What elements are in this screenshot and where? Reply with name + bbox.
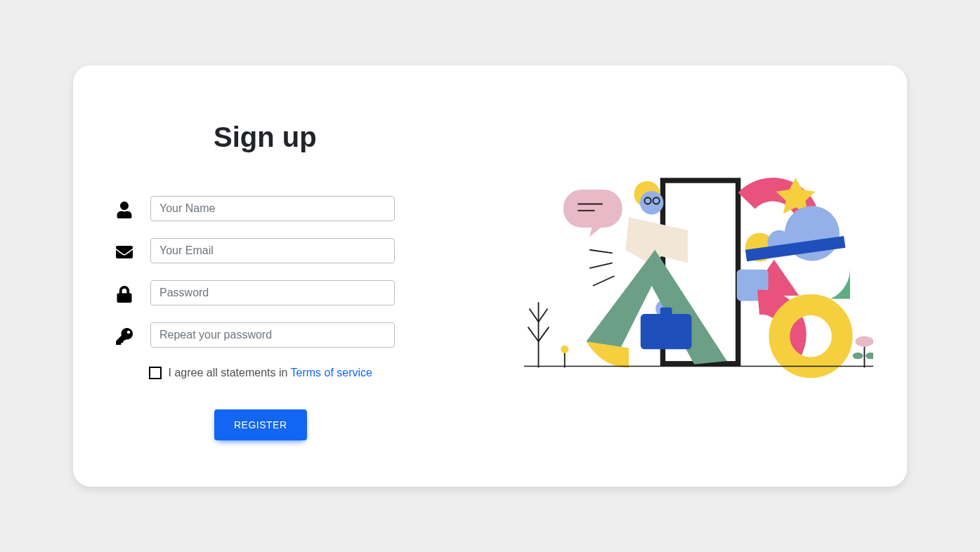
password-row: [107, 280, 457, 305]
svg-line-22: [538, 309, 547, 322]
name-input[interactable]: [150, 196, 395, 221]
svg-point-26: [561, 346, 568, 353]
svg-rect-14: [563, 190, 622, 228]
page-title: Sign up: [214, 120, 457, 154]
email-row: [107, 238, 457, 263]
repeat-password-row: [107, 322, 457, 348]
svg-point-30: [855, 336, 873, 347]
svg-point-6: [779, 305, 842, 367]
terms-link[interactable]: Terms of service: [291, 367, 372, 379]
button-row: REGISTER: [65, 409, 457, 440]
signup-illustration: [524, 164, 874, 388]
svg-line-18: [589, 263, 613, 268]
lock-icon: [107, 283, 142, 303]
terms-label: I agree all statements in Terms of servi…: [169, 364, 373, 381]
svg-line-23: [528, 327, 538, 341]
email-field[interactable]: [150, 238, 395, 263]
repeat-password-input[interactable]: [150, 322, 395, 348]
terms-row: I agree all statements in Terms of servi…: [65, 364, 457, 381]
svg-line-21: [529, 309, 538, 322]
svg-point-8: [639, 191, 663, 215]
password-input[interactable]: [150, 280, 395, 305]
terms-prefix: I agree all statements in: [169, 367, 291, 379]
svg-line-24: [538, 327, 549, 341]
form-column: Sign up: [73, 65, 490, 487]
user-icon: [107, 199, 142, 218]
svg-line-17: [589, 250, 613, 254]
name-row: [107, 196, 457, 221]
svg-point-29: [865, 353, 873, 359]
svg-rect-13: [660, 308, 672, 315]
signup-card: Sign up: [73, 65, 907, 487]
key-icon: [107, 325, 142, 345]
envelope-icon: [107, 241, 142, 261]
illustration-column: [490, 65, 908, 487]
svg-point-28: [852, 353, 863, 359]
terms-checkbox[interactable]: [149, 367, 162, 379]
svg-line-19: [592, 276, 614, 286]
svg-rect-12: [640, 314, 691, 349]
register-button[interactable]: REGISTER: [214, 409, 307, 440]
